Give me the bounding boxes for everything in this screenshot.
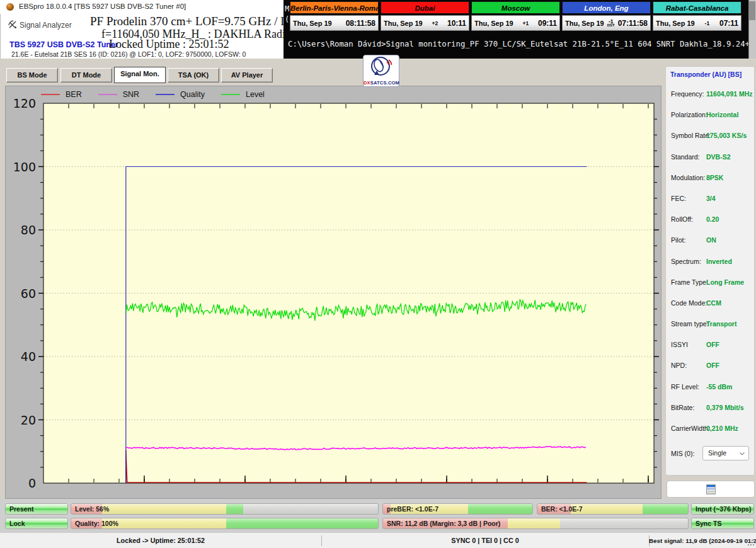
transponder-row: ISSYI OFF [666,336,755,357]
svg-text:40: 40 [21,350,36,363]
dxsatcs-dish-icon [364,55,398,78]
transponder-row-label: RF Level: [671,383,699,391]
transponder-row-label: CarrierWidth: [671,425,710,432]
clock-time: 09:11 [538,19,557,28]
clock-utc-offset: +1 [523,21,529,26]
svg-text:20: 20 [21,413,36,427]
transponder-row: Frame Type: Long Frame [666,273,755,294]
transponder-row-value: 8PSK [706,174,723,181]
dxsatcs-logo: DXSATCS.COM [363,55,399,87]
clock-date: Thu, Sep 19 [293,20,332,27]
transponder-row-label: Spectrum: [671,258,701,265]
clock-time: 10:11 [447,19,466,28]
mis-select[interactable]: Single [702,446,749,460]
clock-cell: Dubai Thu, Sep 19 +2 10:11 [381,1,469,31]
transponder-row: Pilot: ON [666,231,755,252]
transponder-row: NPD: OFF [666,357,755,377]
clock-cell: Berlin-Paris-Vienna-Roma Thu, Sep 19 08:… [290,1,379,31]
transponder-row: Standard: DVB-S2 [666,148,755,169]
preber-gauge: preBER: <1.0E-7 [382,503,533,515]
transponder-row-value: Long Frame [706,278,744,286]
signal-analyzer-header: Signal Analyzer PF Prodelin 370 cm+ LOF=… [0,14,284,59]
transponder-row-label: Polarization: [671,111,707,118]
ber-gauge: BER: <1.0E-7 [537,503,689,515]
ts-data-button[interactable] [667,481,755,498]
transponder-row-label: BitRate: [671,404,694,411]
clock-time-row: Thu, Sep 19 +2 10:11 [381,15,469,31]
tab-av-player[interactable]: AV Player [221,68,273,83]
svg-text:0: 0 [28,476,36,490]
tab-signal-mon[interactable]: Signal Mon. [114,67,166,83]
svg-text:120: 120 [13,96,36,110]
transponder-panel-title: Transponder (AU) [BS] [670,71,742,78]
clock-time-row: Thu, Sep 19 -1 07:11 [653,15,742,31]
clock-time-row: Thu, Sep 19 -1DST 07:11:58 [562,15,651,31]
transponder-row-label: FEC: [671,195,686,202]
clock-cell: London, Eng Thu, Sep 19 -1DST 07:11:58 [562,1,651,31]
locked-uptime: Locked Uptime : 25:01:52 [109,38,229,51]
mis-row: MIS (0): Single [666,445,755,464]
transponder-row-label: RollOff: [671,215,693,223]
satellite-info: 21.6E - Eutelsat 21B SES 16 (ID: 0216) @… [11,50,246,58]
resize-grip[interactable] [747,538,754,545]
transponder-row-label: Standard: [671,153,700,161]
clock-city-label: London, Eng [562,1,651,14]
transponder-row-value: OFF [706,341,719,348]
analyzer-label: Signal Analyzer [20,21,72,30]
mis-selected-value: Single [708,449,726,457]
transponder-row-value: ON [706,236,716,244]
clock-city-label: Rabat-Casablanca [653,1,742,14]
svg-text:80: 80 [21,223,36,237]
transponder-row-value: Horizontal [706,111,738,118]
present-indicator: Present [5,503,68,515]
transponder-row: FEC: 3/4 [666,190,755,210]
transponder-row-value: 0.20 [706,215,719,223]
transponder-row: Symbol Rate: 175,003 KS/s [666,127,755,147]
clock-city-label: Moscow [471,1,560,14]
tab-dt-mode[interactable]: DT Mode [60,68,112,83]
transponder-row-value: 175,003 KS/s [706,132,747,139]
tab-tsa[interactable]: TSA (OK) [168,68,219,83]
transponder-row-value: Inverted [706,258,732,265]
transponder-row-label: Symbol Rate: [671,132,711,139]
transponder-row-label: Code Mode: [671,299,707,307]
transponder-row-value: CCM [706,299,721,307]
ts-list-icon [706,484,716,494]
statusbar-sync-counters: SYNC 0 | TEI 0 | CC 0 [321,533,649,548]
clock-utc-offset: +2 [432,21,438,26]
transponder-row-value: 0,210 MHz [706,425,738,432]
clock-time: 07:11 [719,19,738,28]
clock-time-row: Thu, Sep 19 +1 09:11 [471,15,560,31]
transponder-row-value: Transport [706,320,736,328]
transponder-row: Code Mode: CCM [666,294,755,315]
transponder-row: Frequency: 11604,091 MHz [666,85,755,106]
tab-bs-mode[interactable]: BS Mode [6,68,58,83]
transponder-row-label: NPD: [671,362,687,369]
transponder-row-label: Frame Type: [671,278,708,286]
clock-date: Thu, Sep 19 [565,20,604,27]
clock-time: 07:11:58 [618,19,648,28]
clock-date: Thu, Sep 19 [656,20,695,27]
snr-gauge: SNR: 11,2 dB (Margin: 3,3 dB | Poor) [382,518,689,529]
transponder-row: RF Level: -55 dBm [666,378,755,399]
transponder-row-value: 3/4 [706,195,716,202]
tuner-name: TBS 5927 USB DVB-S2 Tuner [9,40,118,49]
status-bars-strip: Present Level: 56% preBER: <1.0E-7 BER: … [0,499,756,532]
transponder-row-value: 11604,091 MHz [706,90,753,98]
clock-city-label: Berlin-Paris-Vienna-Roma [290,1,379,14]
window-title: EBSpro 18.0.0.4 [TBS 5927 USB DVB-S2 Tun… [19,3,186,10]
console-scrollbar-thumb[interactable] [749,1,755,20]
clock-time: 08:11:58 [346,19,375,28]
screen: { "window": { "title": "EBSpro 18.0.0.4 … [0,0,756,548]
transponder-row-label: Pilot: [671,236,685,244]
app-icon [6,3,14,11]
transponder-rows: Frequency: 11604,091 MHz Polarization: H… [666,85,755,440]
statusbar-best-signal: Best signal: 11,9 dB (2024-09-19 01:22) [649,533,756,548]
statusbar: Locked -> Uptime: 25:01:52 SYNC 0 | TEI … [0,532,756,548]
dxsatcs-logo-text: DXSATCS.COM [364,81,399,86]
clock-time-row: Thu, Sep 19 08:11:58 [290,15,379,31]
transponder-row: Polarization: Horizontal [666,106,755,127]
signal-chart: BER SNR Quality Level 020406080100120 [5,86,662,499]
transponder-row-label: Frequency: [671,90,704,98]
satellite-dish-icon [8,20,18,30]
